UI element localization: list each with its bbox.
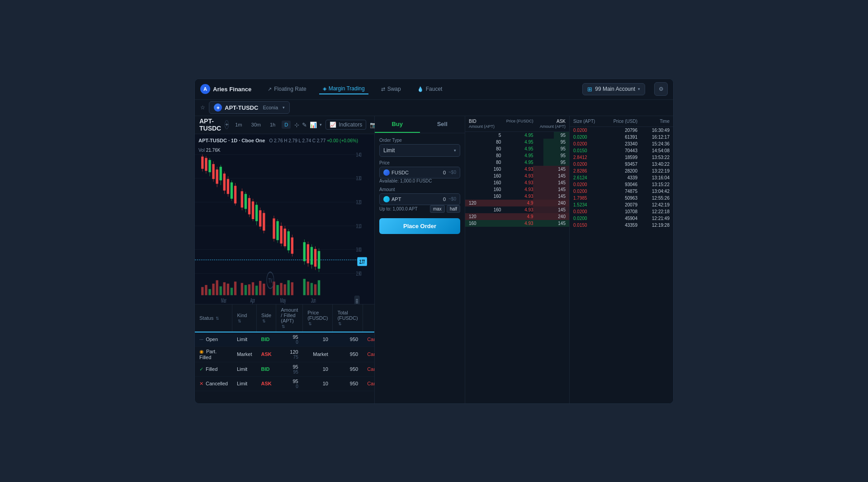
kind-open: Limit: [232, 332, 257, 347]
col-price: Price (FUSDC) ⇅: [303, 304, 333, 332]
svg-text:TV: TV: [269, 276, 273, 284]
ob-row-ask-1: 5 4.95 95: [465, 132, 569, 139]
th-row-11: 1.7985 50963 12:55:26: [570, 195, 673, 201]
svg-rect-78: [259, 281, 261, 295]
svg-rect-72: [234, 281, 236, 295]
ob-row-bid-6: 160 4.93 145: [465, 206, 569, 213]
cancel-part[interactable]: Cancel: [363, 346, 374, 362]
svg-text:⊞: ⊞: [356, 298, 358, 304]
cancel-open[interactable]: Cancel: [363, 332, 374, 347]
timeframe-1h[interactable]: 1h: [267, 121, 278, 129]
svg-rect-80: [273, 281, 275, 295]
ob-row-ask-5: 80 4.95 95: [465, 159, 569, 166]
nav-margin-trading[interactable]: ◈ Margin Trading: [319, 84, 368, 94]
drawing-icon[interactable]: ✎: [302, 122, 307, 128]
kind-part: Market: [232, 346, 257, 362]
svg-rect-56: [307, 244, 309, 263]
amount-label: Amount: [379, 187, 460, 192]
order-book-header: BIDAmount (APT) Price (FUSDC) ASKAmount …: [465, 116, 569, 132]
svg-rect-73: [241, 283, 243, 295]
svg-rect-79: [263, 283, 265, 295]
settings-button[interactable]: ⚙: [654, 82, 668, 96]
svg-rect-36: [255, 205, 258, 221]
sell-tab[interactable]: Sell: [420, 116, 465, 133]
add-alert-button[interactable]: +: [225, 120, 229, 129]
account-icon: ⊞: [587, 86, 592, 93]
ob-row-highlight-2: 120 4.9 240: [465, 213, 569, 220]
chart-canvas: APT-TUSDC · 1D · Cboe One O 2.76 H 2.79 …: [195, 134, 374, 304]
pair-selector[interactable]: ◈ APT-TUSDC Econia ▾: [209, 101, 290, 114]
svg-rect-10: [205, 158, 207, 171]
nav-swap[interactable]: ⇄ Swap: [377, 84, 405, 94]
chevron-icon[interactable]: ▾: [320, 122, 322, 127]
th-row-14: 0.0200 45904 12:21:49: [570, 215, 673, 222]
svg-rect-44: [276, 221, 278, 240]
price-currency: FUSDC: [383, 169, 409, 176]
chart-type-icon[interactable]: 📊: [310, 122, 317, 128]
svg-rect-20: [223, 173, 226, 191]
svg-rect-38: [259, 210, 261, 226]
total-open: 950: [333, 332, 363, 347]
svg-rect-32: [248, 198, 250, 214]
svg-rect-89: [314, 284, 316, 295]
settings-icon: ⚙: [659, 86, 664, 92]
order-panel: Buy Sell Order Type Limit ▾ Price: [375, 116, 465, 403]
nav-floating-rate[interactable]: ↗ Floating Rate: [264, 84, 310, 94]
svg-rect-88: [311, 283, 313, 295]
cancel-cancelled[interactable]: Cancel: [363, 376, 374, 391]
timeframe-D[interactable]: D: [282, 121, 291, 129]
svg-rect-58: [311, 247, 313, 264]
total-cancelled: 950: [333, 376, 363, 391]
nav-faucet[interactable]: 💧 Faucet: [414, 84, 446, 94]
amount-open: 950: [276, 332, 303, 347]
svg-rect-87: [307, 281, 309, 295]
amount-group: Amount APT 0 ~$0 Up to: 1,000.0 APT: [379, 187, 460, 213]
indicators-button[interactable]: 📈 Indicators: [326, 120, 366, 130]
total-filled: 950: [333, 362, 363, 376]
bid-amount-1: 5: [469, 133, 501, 138]
svg-text:3.20: 3.20: [356, 199, 362, 205]
price-filled: 10: [303, 362, 333, 376]
svg-rect-60: [314, 249, 316, 267]
th-row-5: 2.8412 18599 13:53:22: [570, 154, 673, 161]
svg-text:Apr: Apr: [250, 296, 255, 304]
svg-rect-68: [220, 286, 222, 295]
order-row-filled: ✓Filled Limit BID 9595 10 950 Cancel: [195, 362, 374, 376]
star-icon[interactable]: ☆: [200, 104, 205, 111]
svg-text:3.00: 3.00: [356, 246, 362, 253]
status-part: ◉Part. Filled: [195, 346, 232, 362]
svg-text:2.77: 2.77: [359, 258, 365, 265]
th-row-4: 0.0150 70443 14:54:08: [570, 147, 673, 154]
timeframe-30m[interactable]: 30m: [249, 121, 264, 129]
svg-rect-62: [318, 251, 320, 268]
svg-rect-75: [248, 284, 250, 295]
th-row-2: 0.0200 61391 16:12:17: [570, 134, 673, 140]
th-row-9: 0.0200 93046 13:15:22: [570, 181, 673, 188]
sub-navigation: ☆ ◈ APT-TUSDC Econia ▾: [195, 100, 673, 116]
th-row-8: 2.6124 4339 13:16:04: [570, 174, 673, 181]
cancel-filled[interactable]: Cancel: [363, 362, 374, 376]
price-input[interactable]: FUSDC 0 ~$0: [379, 167, 460, 178]
svg-rect-30: [245, 194, 247, 209]
svg-rect-52: [291, 237, 293, 253]
ob-row-ask-4: 80 4.95 95: [465, 152, 569, 159]
svg-rect-34: [252, 201, 254, 219]
th-row-3: 0.0200 23340 15:24:36: [570, 140, 673, 147]
max-button[interactable]: max: [430, 205, 445, 213]
order-type-select[interactable]: Limit ▾: [379, 144, 460, 157]
account-button[interactable]: ⊞ 99 Main Account ▾: [582, 83, 645, 95]
amount-filled: 9595: [276, 362, 303, 376]
svg-rect-40: [263, 213, 265, 230]
ob-row-ask-3: 80 4.95 95: [465, 145, 569, 152]
svg-rect-28: [241, 191, 243, 207]
svg-rect-83: [283, 284, 286, 295]
amount-input[interactable]: APT 0 ~$0: [379, 193, 460, 205]
half-button[interactable]: half: [447, 205, 460, 213]
place-order-button[interactable]: Place Order: [379, 218, 460, 234]
crosshair-icon[interactable]: ⊹: [294, 122, 299, 128]
timeframe-1m[interactable]: 1m: [232, 121, 245, 129]
svg-rect-77: [255, 285, 258, 295]
app-title: Aries Finance: [213, 86, 251, 93]
buy-tab[interactable]: Buy: [375, 116, 420, 133]
col-side: Side ⇅: [257, 304, 276, 332]
